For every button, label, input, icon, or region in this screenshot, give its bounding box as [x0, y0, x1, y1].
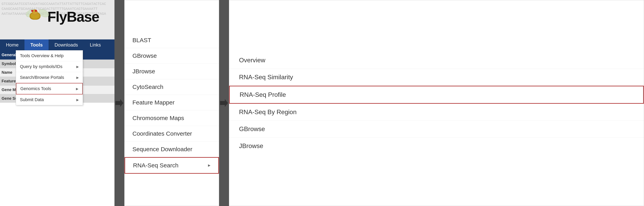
dropdown-item-submit[interactable]: Submit Data ▶: [16, 94, 83, 105]
screenshot-container: GTCGGCAATCCGTAAGATAGCCAAATATTATTATTGTTCA…: [0, 0, 644, 206]
flybase-panel: GTCGGCAATCCGTAAGATAGCCAAATATTATTATTGTTCA…: [0, 0, 114, 206]
connector-arrow-1: [116, 99, 123, 107]
flybase-title: FlyBase: [47, 9, 99, 25]
genomics-tools-menu: BLAST GBrowse JBrowse CytoSearch Feature…: [124, 0, 219, 206]
dropdown-item-query[interactable]: Query by symbols/IDs ▶: [16, 61, 83, 72]
genomics-item-coordinates[interactable]: Coordinates Converter: [124, 126, 219, 142]
rnaseq-item-profile[interactable]: RNA-Seq Profile: [229, 86, 644, 104]
rnaseq-label-by-region: RNA-Seq By Region: [239, 108, 297, 116]
genomics-item-feature-mapper[interactable]: Feature Mapper: [124, 95, 219, 110]
genomics-label-blast: BLAST: [132, 37, 151, 43]
rnaseq-item-jbrowse[interactable]: JBrowse: [229, 138, 644, 154]
genomics-label-rnaseq: RNA-Seq Search: [133, 162, 178, 169]
rnaseq-item-by-region[interactable]: RNA-Seq By Region: [229, 104, 644, 121]
genomics-item-cytosearch[interactable]: CytoSearch: [124, 79, 219, 95]
fly-image: [26, 8, 46, 26]
connector-2: [219, 0, 229, 206]
nav-links[interactable]: Links: [84, 39, 107, 50]
genomics-item-jbrowse[interactable]: JBrowse: [124, 64, 219, 79]
rnaseq-item-similarity[interactable]: RNA-Seq Similarity: [229, 69, 644, 86]
genomics-item-rnaseq[interactable]: RNA-Seq Search ▶: [124, 157, 219, 174]
genomics-item-chromosome-maps[interactable]: Chromosome Maps: [124, 110, 219, 126]
dropdown-item-overview[interactable]: Tools Overview & Help: [16, 50, 83, 61]
chevron-icon-genomics: ▶: [76, 87, 78, 91]
rnaseq-label-overview: Overview: [239, 57, 265, 64]
rnaseq-label-jbrowse: JBrowse: [239, 142, 263, 149]
dna-line-1: GTCGGCAATCCGTAAGATAGCCAAATATTATTATTGTTCA…: [2, 1, 113, 6]
chevron-icon-query: ▶: [76, 65, 79, 69]
chevron-icon-search: ▶: [76, 76, 79, 79]
dropdown-label-submit: Submit Data: [20, 97, 44, 102]
rnaseq-label-similarity: RNA-Seq Similarity: [239, 73, 293, 81]
dropdown-label-search: Search/Browse Portals: [20, 75, 64, 80]
rnaseq-menu: Overview RNA-Seq Similarity RNA-Seq Prof…: [229, 0, 644, 206]
genomics-label-chromosome-maps: Chromosome Maps: [132, 115, 184, 121]
dropdown-label-genomics: Genomics Tools: [20, 86, 51, 91]
nav-tools[interactable]: Tools: [24, 39, 48, 50]
connector-1: [114, 0, 124, 206]
nav-bar: Home Tools Downloads Links: [0, 39, 114, 50]
chevron-icon-submit: ▶: [76, 98, 79, 102]
genomics-item-gbrowse[interactable]: GBrowse: [124, 48, 219, 64]
tools-dropdown: Tools Overview & Help Query by symbols/I…: [16, 50, 83, 105]
fly-eye-right: [35, 10, 37, 12]
nav-downloads[interactable]: Downloads: [48, 39, 84, 50]
genomics-label-coordinates: Coordinates Converter: [132, 130, 192, 137]
fly-eye-left: [31, 10, 33, 12]
dropdown-label-overview: Tools Overview & Help: [20, 53, 64, 58]
genomics-item-sequence[interactable]: Sequence Downloader: [124, 142, 219, 157]
rnaseq-item-overview[interactable]: Overview: [229, 52, 644, 69]
dropdown-label-query: Query by symbols/IDs: [20, 64, 62, 69]
genomics-label-jbrowse: JBrowse: [132, 68, 155, 75]
genomics-label-sequence: Sequence Downloader: [132, 146, 192, 153]
genomics-label-gbrowse: GBrowse: [132, 52, 157, 59]
chevron-icon-rnaseq: ▶: [208, 163, 210, 167]
connector-arrow-2: [220, 99, 228, 107]
rnaseq-label-gbrowse: GBrowse: [239, 125, 265, 133]
nav-home[interactable]: Home: [0, 39, 24, 50]
dropdown-item-search[interactable]: Search/Browse Portals ▶: [16, 72, 83, 83]
dropdown-item-genomics[interactable]: Genomics Tools ▶: [16, 83, 83, 94]
rnaseq-item-gbrowse[interactable]: GBrowse: [229, 121, 644, 138]
genomics-label-cytosearch: CytoSearch: [132, 84, 164, 90]
genomics-item-blast[interactable]: BLAST: [124, 32, 219, 48]
genomics-label-feature-mapper: Feature Mapper: [132, 99, 174, 106]
rnaseq-label-profile: RNA-Seq Profile: [240, 91, 286, 98]
flybase-logo-area: FlyBase: [26, 8, 99, 26]
